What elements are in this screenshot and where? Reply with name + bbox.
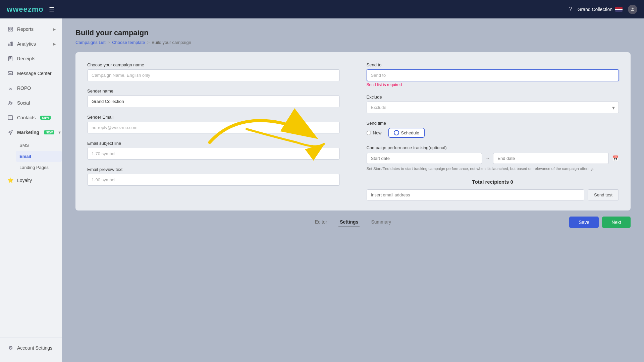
exclude-select-wrapper: Exclude: [367, 102, 619, 113]
page-title: Build your campaign: [75, 28, 631, 37]
avatar[interactable]: [628, 5, 637, 14]
reports-chevron: ▶: [53, 27, 56, 32]
sidebar-item-marketing-label: Marketing: [17, 130, 39, 135]
svg-rect-6: [10, 43, 11, 46]
breadcrumb: Campaigns List > Choose template > Build…: [75, 40, 631, 45]
email-subject-input[interactable]: [87, 148, 340, 160]
receipts-icon: [7, 55, 14, 62]
email-preview-group: Email preview text: [87, 167, 340, 186]
sidebar-item-reports[interactable]: Reports ▶: [0, 22, 62, 37]
email-preview-input[interactable]: [87, 174, 340, 186]
campaign-name-group: Choose your campaign name: [87, 62, 340, 81]
sidebar-item-account-settings-label: Account Settings: [17, 345, 52, 351]
sidebar-item-contacts[interactable]: Contacts NEW: [0, 110, 62, 125]
sidebar-item-landing-pages[interactable]: Landing Pages: [16, 162, 62, 173]
tabs-row: Editor Settings Summary: [314, 217, 393, 227]
schedule-radio-icon: [394, 130, 399, 135]
breadcrumb-current: Build your campaign: [152, 40, 191, 45]
sidebar-item-analytics[interactable]: Analytics ▶: [0, 37, 62, 51]
sidebar-item-receipts[interactable]: Receipts: [0, 51, 62, 66]
sidebar-item-analytics-label: Analytics: [17, 41, 36, 47]
email-preview-label: Email preview text: [87, 167, 340, 172]
marketing-badge: NEW: [44, 130, 54, 134]
breadcrumb-choose-template[interactable]: Choose template: [112, 40, 145, 45]
sidebar-item-sms[interactable]: SMS: [16, 140, 62, 151]
help-icon[interactable]: ?: [569, 6, 572, 13]
exclude-group: Exclude Exclude: [367, 95, 619, 113]
save-button[interactable]: Save: [569, 217, 599, 228]
now-radio-label[interactable]: Now: [367, 130, 382, 135]
svg-rect-4: [11, 29, 12, 31]
send-time-row: Now Schedule: [367, 128, 619, 138]
settings-icon: ⚙: [7, 345, 14, 351]
marketing-chevron: ▼: [58, 130, 61, 134]
send-to-input[interactable]: [367, 69, 619, 81]
exclude-select[interactable]: Exclude: [367, 102, 619, 113]
email-subject-label: Email subject line: [87, 141, 340, 146]
sidebar-item-ropo[interactable]: ∞ ROPO: [0, 81, 62, 96]
performance-group: Campaign performance tracking(optional) …: [367, 145, 619, 172]
send-test-button[interactable]: Send test: [588, 189, 619, 200]
analytics-icon: [7, 41, 14, 47]
calendar-icon: 📅: [612, 155, 619, 162]
performance-label: Campaign performance tracking(optional): [367, 145, 619, 150]
tab-summary[interactable]: Summary: [370, 217, 392, 227]
start-date-input[interactable]: [367, 153, 482, 164]
svg-point-13: [9, 101, 10, 103]
sidebar-item-email[interactable]: Email: [16, 151, 62, 162]
form-card: Choose your campaign name Sender name Se…: [75, 52, 631, 210]
svg-point-0: [632, 7, 633, 9]
ropo-icon: ∞: [7, 85, 14, 92]
svg-rect-7: [11, 42, 12, 46]
breadcrumb-campaigns-list[interactable]: Campaigns List: [75, 40, 106, 45]
sidebar-item-social[interactable]: Social: [0, 96, 62, 110]
now-label: Now: [373, 130, 382, 135]
sidebar-bottom: ⚙ Account Settings: [0, 335, 62, 355]
form-left: Choose your campaign name Sender name Se…: [87, 62, 340, 200]
sidebar-item-contacts-label: Contacts: [17, 115, 36, 120]
schedule-box[interactable]: Schedule: [388, 128, 425, 138]
send-to-group: Send to Send list is required: [367, 62, 619, 87]
reports-icon: [7, 26, 14, 33]
sidebar-item-message-center[interactable]: Message Center: [0, 66, 62, 81]
navbar-right: ? Grand Collection: [569, 5, 637, 14]
svg-rect-5: [8, 44, 9, 46]
send-test-row: Send test: [367, 189, 619, 200]
end-date-input[interactable]: [493, 153, 609, 164]
sidebar-item-loyalty[interactable]: ⭐ Loyalty: [0, 173, 62, 188]
sender-name-group: Sender name: [87, 88, 340, 107]
form-right: Send to Send list is required Exclude Ex…: [367, 62, 619, 200]
sidebar-item-ropo-label: ROPO: [17, 85, 31, 91]
now-radio[interactable]: [367, 131, 371, 135]
campaign-name-input[interactable]: [87, 69, 340, 81]
date-separator: →: [485, 156, 490, 161]
bottom-actions: Save Next: [569, 217, 631, 228]
sender-email-group: Sender Email: [87, 115, 340, 133]
sender-email-input[interactable]: [87, 122, 340, 133]
svg-point-14: [11, 102, 12, 104]
contacts-badge: NEW: [40, 116, 51, 120]
svg-rect-2: [11, 27, 12, 29]
menu-icon[interactable]: ☰: [49, 6, 54, 13]
email-subject-group: Email subject line: [87, 141, 340, 160]
date-range-row: → 📅: [367, 153, 619, 164]
svg-rect-12: [8, 72, 12, 75]
social-icon: [7, 100, 14, 106]
tab-editor[interactable]: Editor: [314, 217, 329, 227]
sender-email-label: Sender Email: [87, 115, 340, 120]
next-button[interactable]: Next: [602, 217, 631, 228]
tab-settings[interactable]: Settings: [338, 217, 360, 227]
send-test-input[interactable]: [367, 189, 585, 200]
sidebar-item-marketing[interactable]: Marketing NEW ▼: [0, 125, 62, 140]
sidebar-item-social-label: Social: [17, 100, 30, 106]
sidebar-item-receipts-label: Receipts: [17, 56, 35, 61]
campaign-name-label: Choose your campaign name: [87, 62, 340, 67]
performance-hint: Set Start/End dates to start tracking ca…: [367, 166, 619, 172]
sidebar-item-reports-label: Reports: [17, 26, 34, 32]
main-content: Build your campaign Campaigns List > Cho…: [62, 18, 644, 362]
schedule-label: Schedule: [401, 130, 419, 135]
sidebar-item-account-settings[interactable]: ⚙ Account Settings: [0, 341, 62, 355]
logo: wweezmo: [7, 5, 44, 14]
contacts-icon: [7, 114, 14, 121]
sender-name-input[interactable]: [87, 96, 340, 107]
